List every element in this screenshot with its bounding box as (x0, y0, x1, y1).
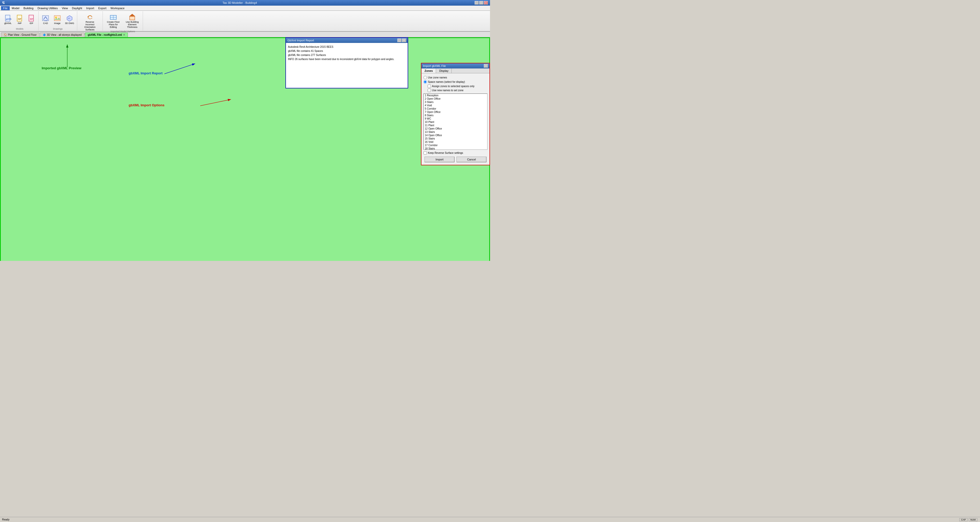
ribbon-3ddwg-label: 3D DWG (65, 22, 74, 25)
titlebar-title: Tas 3D Modeller - Building4 (5, 1, 475, 4)
menu-workspace[interactable]: Workspace (108, 6, 127, 10)
svg-point-11 (55, 17, 57, 18)
image-icon (53, 14, 61, 22)
report-panel: GbXml Import Report _ × Autodesk Revit A… (285, 37, 408, 89)
ribbon-shade-items: Reverse Incorrect Orientation Surfaces (80, 12, 100, 32)
report-close-button[interactable]: × (402, 38, 406, 42)
zone-list-item[interactable]: 15 Stairs (424, 137, 487, 140)
minimize-button[interactable]: _ (475, 1, 479, 5)
annotation-arrows (1, 38, 489, 261)
svg-marker-14 (88, 16, 89, 18)
report-panel-title: GbXml Import Report (288, 39, 314, 42)
import-dialog-close-button[interactable]: × (484, 64, 488, 68)
ribbon-create-floor-button[interactable]: Create Floor Plans for Editing (104, 12, 122, 30)
tab-gbxml-file[interactable]: gbXML File - rooflights3.xml ✕ (85, 32, 128, 37)
import-dialog-content: Use zone names Space names (select for d… (422, 73, 490, 165)
ribbon-group-models: gbXML gbXML INP INP IDF IDF Models (1, 11, 39, 31)
zone-list-item[interactable]: 10 Plant (424, 121, 487, 124)
ribbon-reverse-incorrect-label: Reverse Incorrect Orientation Surfaces (83, 21, 97, 31)
import-button[interactable]: Import (425, 157, 455, 162)
zone-list-item[interactable]: 17 Corridor (424, 144, 487, 147)
menu-export[interactable]: Export (96, 6, 108, 10)
annotation-imported-preview: Imported gbXML Preview (42, 66, 81, 70)
import-dialog-titlebar: Import gbXML File × (422, 63, 490, 68)
zone-list-item[interactable]: 8 Stairs (424, 114, 487, 117)
zone-list-item[interactable]: 12 Open Office (424, 127, 487, 130)
menu-drawing-utilities[interactable]: Drawing Utilities (35, 6, 60, 10)
tab-3d-view[interactable]: 🔷 3D View - all storeys displayed (40, 32, 84, 37)
cancel-button[interactable]: Cancel (457, 157, 487, 162)
main-area: Imported gbXML Preview (0, 37, 490, 261)
report-line-3: gbXML file contains 277 Surfaces (288, 53, 406, 57)
checkbox-use-new-names-input[interactable] (428, 89, 431, 92)
ribbon-drawings-items: CAD CAD Image 3D 3D DWG (40, 12, 75, 27)
report-content: Autodesk Revit Architecture 2015 BEES gb… (286, 43, 408, 84)
ribbon-cad-button[interactable]: CAD CAD (40, 13, 51, 26)
titlebar-controls: _ □ × (475, 1, 488, 5)
ribbon-inp-label: INP (18, 22, 21, 25)
tabbar: 🏠 Plan View - Ground Floor 🔷 3D View - a… (0, 32, 490, 37)
zone-list-item[interactable]: 7 Open Office (424, 110, 487, 114)
ribbon-models-label: Models (16, 28, 23, 30)
zone-list-item[interactable]: 4 Void (424, 104, 487, 107)
svg-text:CAD: CAD (44, 20, 48, 21)
maximize-button[interactable]: □ (479, 1, 484, 5)
ribbon-idf-label: IDF (30, 22, 33, 25)
menu-file[interactable]: File (1, 6, 10, 10)
report-panel-titlebar: GbXml Import Report _ × (286, 38, 408, 43)
checkbox-assign-zones-label: Assign zones to selected spaces only (432, 85, 474, 88)
titlebar: 🏗 Tas 3D Modeller - Building4 _ □ × (0, 0, 490, 6)
svg-marker-19 (129, 14, 135, 16)
app-icon: 🏗 (2, 1, 5, 4)
keep-reverse-input[interactable] (423, 151, 427, 155)
menu-building[interactable]: Building (21, 6, 35, 10)
keep-reverse-label: Keep Reverse Surface settings (428, 152, 463, 154)
dialog-tab-zones[interactable]: Zones (422, 68, 436, 73)
dialog-tab-display[interactable]: Display (436, 68, 452, 73)
menu-model[interactable]: Model (10, 6, 21, 10)
ribbon-gbxml-button[interactable]: gbXML gbXML (3, 13, 13, 26)
zone-list-item[interactable]: 3 Stairs (424, 100, 487, 104)
report-minimize-button[interactable]: _ (398, 38, 401, 42)
radio-use-zone-names-label: Use zone names (428, 76, 447, 79)
tab-plan-view[interactable]: 🏠 Plan View - Ground Floor (1, 32, 40, 37)
zone-list-item[interactable]: 9 WC (424, 117, 487, 121)
checkbox-use-new-names-label: Use new names to set zone (432, 89, 463, 92)
menu-import[interactable]: Import (84, 6, 96, 10)
checkbox-assign-zones-input[interactable] (428, 84, 431, 88)
zone-list-item[interactable]: 14 Open Office (424, 133, 487, 137)
zone-list-item[interactable]: 1 Reception (424, 94, 487, 97)
ribbon-reverse-incorrect-button[interactable]: Reverse Incorrect Orientation Surfaces (80, 12, 100, 32)
ribbon-idf-button[interactable]: IDF IDF (26, 13, 37, 26)
svg-rect-18 (130, 16, 135, 20)
menu-daylight[interactable]: Daylight (70, 6, 84, 10)
report-line-2: gbXML file contains 41 Spaces (288, 49, 406, 53)
tab-3d-icon: 🔷 (43, 33, 46, 36)
canvas-area[interactable]: Imported gbXML Preview (0, 37, 490, 261)
zone-list-item[interactable]: 18 Stairs (424, 147, 487, 150)
tab-close-icon[interactable]: ✕ (123, 33, 125, 36)
ribbon-use-building-label: Use Building Element Thickness (125, 21, 139, 29)
annotation-options-label: gbXML Import Options (129, 103, 164, 107)
ribbon-use-building-button[interactable]: Use Building Element Thickness (123, 12, 141, 30)
ribbon-image-button[interactable]: Image (52, 13, 63, 26)
ribbon-inp-button[interactable]: INP INP (14, 13, 25, 26)
radio-space-names-input[interactable] (423, 80, 427, 84)
zone-list-item[interactable]: 5 Corridor (424, 107, 487, 110)
ribbon-group-drawings: CAD CAD Image 3D 3D DWG Drawings (39, 11, 77, 31)
import-dialog: Import gbXML File × Zones Display Use zo… (421, 63, 490, 165)
close-button[interactable]: × (484, 1, 488, 5)
cad-icon: CAD (41, 14, 49, 22)
zone-list-item[interactable]: 16 Void (424, 140, 487, 144)
ribbon-3ddwg-button[interactable]: 3D 3D DWG (64, 13, 75, 26)
ribbon: gbXML gbXML INP INP IDF IDF Models (0, 11, 490, 32)
zone-list-item[interactable]: 2 Open Office (424, 97, 487, 100)
menu-view[interactable]: View (60, 6, 70, 10)
zone-list-item[interactable]: 13 Stairs (424, 130, 487, 133)
radio-space-names-label: Space names (select for display) (428, 81, 465, 83)
zones-list[interactable]: 1 Reception2 Open Office3 Stairs4 Void5 … (423, 94, 487, 150)
radio-use-zone-names-input[interactable] (423, 76, 427, 79)
annotation-report-label: gbXML Import Report (129, 71, 163, 75)
zone-list-item[interactable]: 11 Plant (424, 124, 487, 127)
dialog-footer: Import Cancel (423, 155, 487, 163)
